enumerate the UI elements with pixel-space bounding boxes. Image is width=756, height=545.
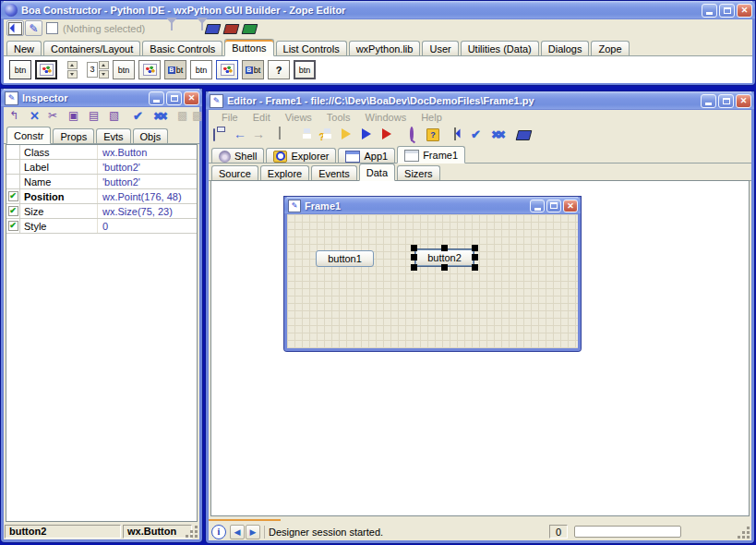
property-value[interactable]: wx.Size(75, 23) [98, 206, 197, 217]
designer-toggle-icon[interactable] [454, 127, 456, 140]
copy-icon[interactable]: ▣ [68, 110, 78, 121]
property-value[interactable]: wx.Button [98, 147, 197, 158]
context-help-icon[interactable]: ? [426, 128, 439, 141]
property-value[interactable]: 0 [98, 221, 197, 232]
next-message-button[interactable]: ▶ [246, 525, 260, 539]
tab-user[interactable]: User [422, 41, 458, 55]
paste-icon[interactable]: ▤ [89, 110, 99, 121]
tab-explore[interactable]: Explore [260, 165, 309, 180]
inspector-titlebar[interactable]: ✎ Inspector ✕ [1, 89, 202, 107]
close-button[interactable]: ✕ [736, 94, 751, 108]
help-book-red-icon[interactable] [223, 24, 240, 34]
menu-file[interactable]: File [214, 112, 246, 123]
post-designer-icon[interactable]: ✔ [471, 128, 481, 140]
back-icon[interactable]: ← [234, 127, 246, 140]
tab-dialogs[interactable]: Dialogs [541, 41, 590, 55]
minimize-button[interactable] [702, 4, 717, 18]
resize-grip[interactable] [195, 535, 198, 538]
maximize-button[interactable] [719, 4, 735, 18]
tab-basic-controls[interactable]: Basic Controls [142, 41, 222, 55]
selection-checkbox[interactable] [46, 22, 58, 34]
tab-explorer[interactable]: Explorer [266, 148, 336, 163]
palette-button-genbitmaptogglebutton[interactable] [216, 60, 238, 79]
close-button[interactable]: ✕ [184, 91, 199, 105]
menu-help[interactable]: Help [414, 112, 450, 123]
palette-button-bitmapbutton[interactable] [35, 60, 57, 79]
resize-handle-n[interactable] [441, 245, 448, 251]
resize-handle-sw[interactable] [411, 264, 417, 271]
resize-handle-w[interactable] [411, 254, 417, 260]
debug-inspect-icon[interactable] [410, 127, 414, 141]
palette-button-genbitmaptextbutton[interactable]: Bbt [164, 60, 186, 79]
tab-evts[interactable]: Evts [96, 128, 130, 143]
palette-button-genbutton[interactable]: btn [190, 60, 212, 79]
help-book-blue-icon[interactable] [205, 24, 222, 34]
property-value[interactable]: wx.Point(176, 48) [98, 191, 197, 202]
designer-button1[interactable]: button1 [316, 250, 374, 267]
editor-toggle-button[interactable]: ✎ [25, 20, 42, 36]
close-button[interactable]: ✕ [737, 4, 752, 18]
tab-buttons[interactable]: Buttons [224, 39, 273, 56]
menu-windows[interactable]: Windows [358, 112, 414, 123]
tab-data[interactable]: Data [359, 164, 395, 181]
name-parent-icon[interactable]: ↰ [9, 110, 18, 121]
property-value[interactable]: 'button2' [98, 176, 197, 188]
frame1-design-grid[interactable]: button1 button2 [287, 214, 578, 348]
maximize-button[interactable] [546, 200, 561, 212]
tab-containers-layout[interactable]: Containers/Layout [43, 41, 140, 55]
minimize-button[interactable] [530, 200, 545, 212]
checked-checkbox[interactable]: ✔ [8, 221, 18, 231]
cut-icon[interactable]: ✂ [48, 110, 57, 121]
palette-button-gentogglebutton[interactable]: btn [294, 60, 316, 79]
palette-button-wxbutton[interactable]: btn [9, 60, 31, 79]
delete-item-icon[interactable]: ✕ [30, 110, 40, 122]
resize-handle-nw[interactable] [411, 245, 417, 251]
editor-titlebar[interactable]: ✎ Editor - Frame1 - file://C:\Dev\BoaDev… [206, 91, 754, 110]
tab-wxpython-lib[interactable]: wxPython.lib [349, 41, 421, 55]
tab-new[interactable]: New [6, 41, 42, 55]
resize-grip[interactable] [747, 536, 750, 539]
tab-shell[interactable]: Shell [211, 148, 264, 163]
designer-button2-selection[interactable]: button2 [415, 249, 474, 266]
tab-constr[interactable]: Constr [6, 127, 51, 144]
menu-tools[interactable]: Tools [319, 112, 358, 123]
designer-frame1-window[interactable]: ✎ Frame1 ✕ button1 button2 [284, 197, 581, 351]
resize-handle-s[interactable] [441, 264, 448, 271]
info-icon[interactable]: i [211, 525, 226, 539]
tab-utilities-data[interactable]: Utilities (Data) [461, 41, 539, 55]
tab-source[interactable]: Source [211, 165, 258, 180]
palette-button-genbitmapbutton[interactable] [138, 60, 161, 79]
palette-button-spinctrl[interactable]: 3 [87, 60, 109, 79]
menu-views[interactable]: Views [278, 112, 319, 123]
resize-handle-ne[interactable] [472, 245, 478, 251]
resize-handle-se[interactable] [472, 264, 478, 271]
tab-app1[interactable]: App1 [338, 148, 395, 163]
tab-frame1[interactable]: Frame1 [397, 146, 465, 164]
printer-icon[interactable] [213, 128, 215, 141]
debug-run-icon[interactable] [382, 128, 391, 139]
tab-events[interactable]: Events [311, 165, 357, 180]
cancel-session-icon[interactable]: ✖✖ [153, 111, 164, 122]
checked-checkbox[interactable]: ✔ [8, 191, 18, 201]
help-book-icon[interactable] [516, 130, 533, 140]
menu-edit[interactable]: Edit [246, 112, 278, 123]
tab-props[interactable]: Props [53, 128, 94, 143]
open-file-icon[interactable] [279, 127, 281, 139]
palette-titlebar[interactable]: Boa Constructor - Python IDE - wxPython … [1, 1, 755, 19]
minimize-button[interactable] [149, 91, 164, 105]
palette-button-spinbutton[interactable] [61, 60, 83, 79]
checked-checkbox[interactable]: ✔ [8, 206, 18, 216]
minimize-button[interactable] [701, 94, 716, 108]
funnel-icon[interactable] [166, 18, 177, 35]
maximize-button[interactable] [718, 94, 734, 108]
run-module-icon[interactable] [342, 128, 351, 139]
tab-list-controls[interactable]: List Controls [276, 41, 347, 55]
prev-message-button[interactable]: ◀ [230, 525, 245, 539]
maximize-button[interactable] [166, 91, 182, 105]
resize-handle-e[interactable] [472, 254, 478, 260]
edit-item-icon[interactable]: ▧ [109, 110, 119, 121]
help-book-green-icon[interactable] [242, 24, 258, 34]
tab-zope[interactable]: Zope [591, 41, 629, 55]
cancel-designer-icon[interactable]: ✖✖ [491, 129, 502, 140]
property-value[interactable]: 'button2' [98, 162, 197, 173]
